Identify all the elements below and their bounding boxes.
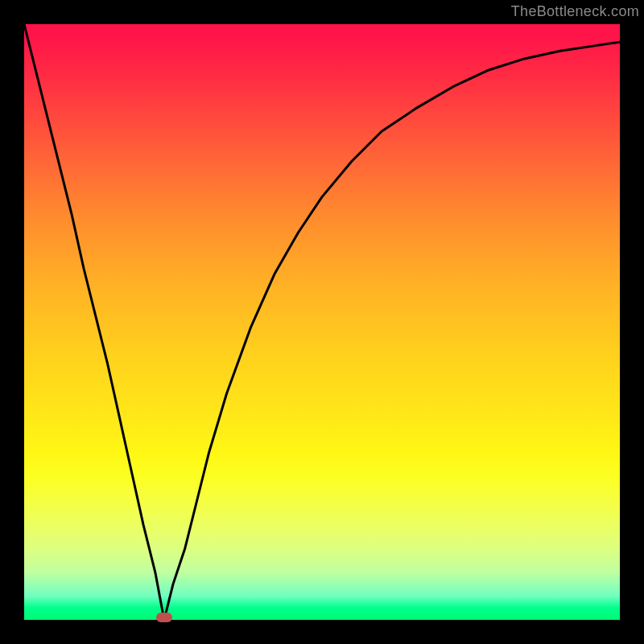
bottleneck-curve [24,24,620,620]
chart-frame: TheBottleneck.com [0,0,644,644]
plot-area [24,24,620,620]
minimum-marker [156,613,172,622]
curve-svg [24,24,620,620]
watermark-text: TheBottleneck.com [511,3,639,20]
